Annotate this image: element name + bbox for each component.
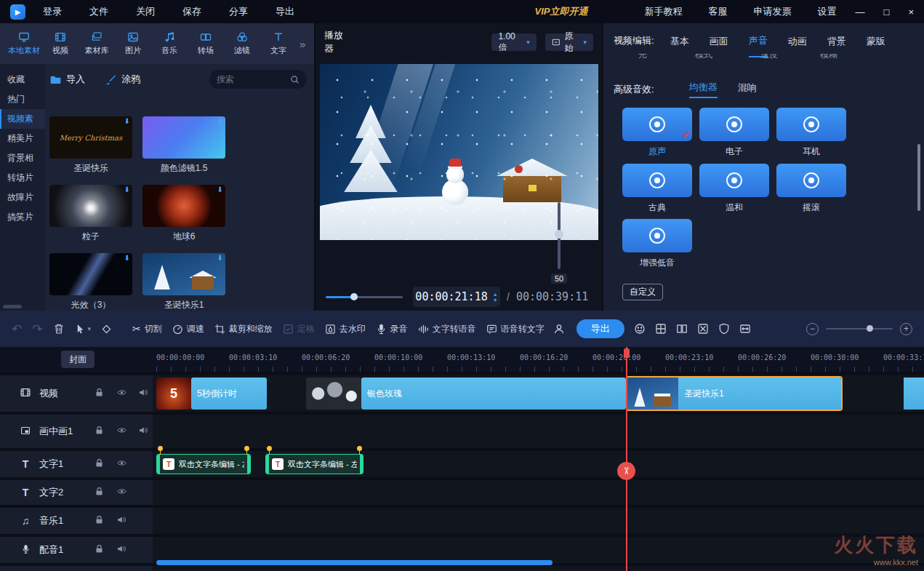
lock-icon[interactable] — [95, 426, 104, 437]
scale-select[interactable]: 原始 ▾ — [545, 33, 593, 51]
app-logo[interactable]: ▶ — [10, 4, 25, 20]
audio-effect-rock[interactable]: 摇滚 — [776, 164, 846, 214]
keyframe-pin[interactable] — [357, 446, 362, 451]
clip-countdown[interactable]: 5秒倒计时 — [191, 378, 267, 410]
current-time-box[interactable]: 00:00:21:18 ▲ ▼ — [413, 287, 500, 307]
custom-effect-button[interactable]: 自定义 — [622, 284, 663, 300]
audio-effect-mild[interactable]: 温和 — [699, 164, 769, 214]
select-cursor-icon[interactable]: ▾ — [75, 324, 92, 335]
freeze-frame-tool[interactable]: 定格 — [283, 323, 315, 335]
delete-icon[interactable] — [53, 323, 65, 335]
crop-zoom-tool[interactable]: 裁剪和缩放 — [214, 323, 273, 335]
text-to-speech-tool[interactable]: 文字转语音 — [418, 323, 476, 335]
menu-close[interactable]: 关闭 — [136, 5, 155, 18]
download-icon[interactable]: ⬇ — [217, 255, 223, 262]
media-scrollbar[interactable] — [3, 305, 22, 308]
redo-icon[interactable]: ↷ — [32, 323, 42, 335]
eye-icon[interactable] — [116, 487, 127, 498]
speaker-icon[interactable] — [138, 388, 148, 399]
lock-icon[interactable] — [95, 544, 104, 556]
download-icon[interactable]: ⬇ — [124, 118, 130, 125]
search-input[interactable] — [217, 74, 286, 84]
tab-mask[interactable]: 蒙版 — [867, 25, 885, 57]
close-button[interactable]: × — [908, 7, 914, 17]
time-stepper[interactable]: ▲ ▼ — [493, 292, 498, 303]
tab-local-media[interactable]: 本地素材 — [6, 31, 42, 56]
seek-slider[interactable] — [326, 296, 403, 298]
category-intros[interactable]: 精美片 — [0, 129, 45, 148]
crop-box-icon[interactable] — [697, 323, 709, 335]
playhead-handle[interactable] — [624, 348, 630, 358]
speaker-icon[interactable] — [138, 426, 148, 437]
tab-sound[interactable]: 声音 — [749, 24, 768, 57]
menu-file[interactable]: 文件 — [89, 5, 108, 18]
category-funny[interactable]: 搞笑片 — [0, 207, 45, 227]
cut-tool[interactable]: ✂ 切割 — [132, 323, 162, 335]
import-button[interactable]: 导入 — [49, 73, 85, 86]
tab-background[interactable]: 背景 — [827, 25, 846, 57]
volume-slider[interactable] — [558, 202, 561, 269]
search-icon[interactable] — [290, 75, 300, 84]
zoom-in-icon[interactable]: + — [900, 323, 912, 335]
more-tabs-icon[interactable]: » — [300, 38, 305, 50]
eye-icon[interactable] — [116, 458, 127, 470]
asset-item[interactable]: ⬇ 颜色滤镜1.5 — [142, 116, 225, 175]
menu-support[interactable]: 客服 — [709, 5, 728, 18]
category-favorites[interactable]: 收藏 — [0, 70, 45, 89]
menu-tutorial[interactable]: 新手教程 — [645, 5, 683, 18]
speaker-icon[interactable] — [116, 515, 126, 527]
asset-item[interactable]: ⬇ 地球6 — [142, 185, 225, 243]
audio-effect-headphone[interactable]: 耳机 — [776, 108, 846, 158]
menu-export[interactable]: 导出 — [276, 5, 294, 18]
tab-text[interactable]: 文字 — [260, 31, 297, 56]
cover-button[interactable]: 封面 — [61, 351, 95, 368]
menu-share[interactable]: 分享 — [229, 5, 248, 18]
zoom-knob[interactable] — [867, 325, 873, 332]
clip-tail[interactable] — [904, 378, 924, 410]
menu-settings[interactable]: 设置 — [818, 5, 837, 18]
tab-picture[interactable]: 画面 — [710, 25, 728, 57]
track-text1-lane[interactable]: T 双击文字条编辑 - 左 T 双击文字条编辑 - 左 — [153, 451, 924, 477]
tab-basic[interactable]: 基本 — [670, 25, 689, 57]
category-transitions[interactable]: 转场片 — [0, 168, 45, 188]
timeline-hscrollbar[interactable] — [156, 560, 553, 565]
tab-image[interactable]: 图片 — [115, 31, 151, 56]
split-screen-icon[interactable] — [676, 323, 688, 335]
sticker-icon[interactable] — [634, 323, 646, 335]
vip-upgrade-button[interactable]: VIP立即开通 — [535, 5, 588, 18]
lock-icon[interactable] — [95, 515, 104, 527]
tab-video[interactable]: 视频 — [42, 31, 79, 56]
export-button[interactable]: 导出 — [577, 319, 624, 338]
menu-login[interactable]: 登录 — [43, 5, 62, 18]
keyframe-pin[interactable] — [267, 446, 272, 451]
minimize-button[interactable]: — — [856, 7, 865, 17]
seek-knob[interactable] — [350, 293, 358, 300]
asset-item[interactable]: ⬇ 粒子 — [49, 185, 132, 243]
split-cursor-badge[interactable]: ✂ — [617, 462, 635, 480]
download-icon[interactable]: ⬇ — [124, 186, 130, 193]
menu-invoice[interactable]: 申请发票 — [754, 5, 792, 18]
lock-icon[interactable] — [95, 458, 104, 470]
category-glitch[interactable]: 故障片 — [0, 188, 45, 207]
keyframe-icon[interactable] — [101, 324, 112, 335]
tab-equalizer[interactable]: 均衡器 — [689, 81, 718, 98]
lock-icon[interactable] — [95, 487, 104, 498]
tab-reverb[interactable]: 混响 — [738, 81, 757, 97]
volume-knob[interactable] — [555, 230, 563, 239]
text-clip[interactable]: T 双击文字条编辑 - 左 — [156, 454, 251, 474]
speaker-icon[interactable] — [116, 544, 126, 556]
audio-effect-original[interactable]: ✔ 原声 — [622, 108, 692, 158]
zoom-out-icon[interactable]: − — [806, 323, 819, 335]
remove-watermark-tool[interactable]: 去水印 — [325, 323, 366, 335]
category-hot[interactable]: 热门 — [0, 89, 45, 109]
download-icon[interactable]: ⬇ — [124, 255, 130, 262]
download-icon[interactable]: ⬇ — [217, 118, 223, 125]
timeline-zoom-slider[interactable] — [826, 328, 893, 330]
track-subtitle-lane[interactable] — [153, 566, 924, 571]
category-video-assets[interactable]: 视频素 — [0, 109, 45, 129]
speed-select[interactable]: 1.00 倍 ▾ — [491, 33, 536, 51]
audio-effect-bass-boost[interactable]: 增强低音 — [622, 219, 692, 269]
clip-ornaments-thumb[interactable] — [306, 378, 361, 410]
text-clip[interactable]: T 双击文字条编辑 - 左 — [265, 454, 363, 474]
lock-icon[interactable] — [95, 388, 104, 399]
